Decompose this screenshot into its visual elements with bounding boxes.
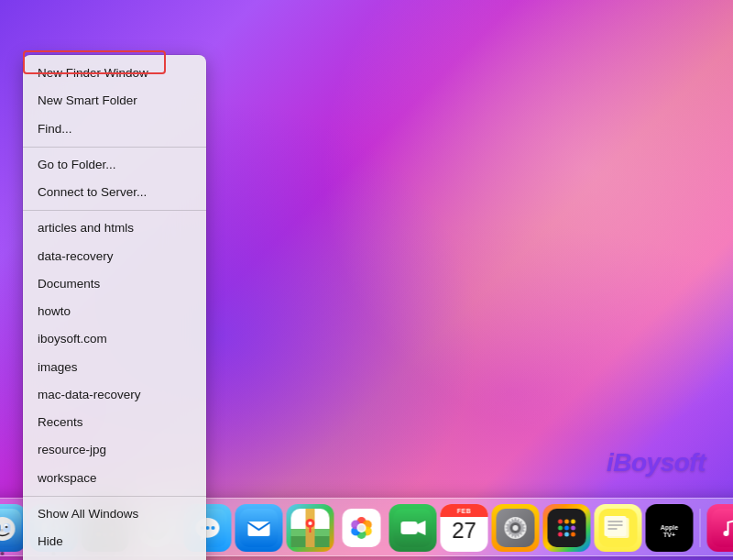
svg-rect-54	[401, 522, 418, 534]
dock-item-appletv[interactable]: Apple TV+	[646, 504, 694, 552]
svg-point-59	[513, 525, 519, 531]
svg-point-61	[558, 520, 563, 524]
menu-item-connect-to-server[interactable]: Connect to Server...	[23, 179, 206, 206]
menu-item-howto[interactable]: howto	[23, 298, 206, 325]
menu-item-images[interactable]: images	[23, 354, 206, 381]
dock-item-music[interactable]	[707, 504, 734, 552]
dock-item-photos[interactable]	[338, 504, 386, 552]
svg-point-64	[558, 526, 563, 531]
svg-text:Apple: Apple	[661, 524, 679, 532]
dock-item-system-prefs[interactable]	[492, 504, 540, 552]
svg-point-33	[212, 526, 215, 530]
menu-item-find[interactable]: Find...	[23, 115, 206, 143]
menu-item-show-all-windows[interactable]: Show All Windows	[23, 500, 206, 528]
svg-point-32	[206, 526, 210, 530]
dock-item-calendar[interactable]: FEB 27	[441, 504, 488, 552]
svg-point-69	[571, 533, 575, 537]
svg-point-67	[558, 533, 563, 537]
menu-separator-3	[23, 496, 206, 497]
svg-point-62	[564, 520, 569, 524]
desktop: New Finder Window New Smart Folder Find.…	[0, 0, 733, 560]
dock-item-notes[interactable]	[595, 504, 642, 552]
iboysoft-watermark: iBoysoft	[607, 448, 706, 478]
svg-point-68	[564, 533, 569, 537]
calendar-date: 27	[452, 518, 476, 544]
dock-item-mail[interactable]	[235, 504, 283, 552]
menu-item-recents[interactable]: Recents	[23, 409, 206, 436]
menu-item-go-to-folder[interactable]: Go to Folder...	[23, 151, 206, 179]
svg-rect-75	[605, 516, 627, 536]
svg-text:TV+: TV+	[663, 532, 675, 538]
menu-item-relaunch[interactable]: Relaunch	[23, 555, 206, 560]
menu-item-data-recovery[interactable]: data-recovery	[23, 243, 206, 270]
menu-separator-2	[23, 210, 206, 211]
svg-rect-82	[712, 509, 734, 547]
svg-point-7	[5, 526, 7, 528]
calendar-month: FEB	[441, 504, 488, 517]
menu-item-documents[interactable]: Documents	[23, 270, 206, 298]
menu-item-articles-and-htmls[interactable]: articles and htmls	[23, 214, 206, 242]
menu-item-resource-jpg[interactable]: resource-jpg	[23, 436, 206, 464]
menu-item-iboysoft-com[interactable]: iboysoft.com	[23, 325, 206, 353]
menu-item-workspace[interactable]: workspace	[23, 465, 206, 492]
svg-point-42	[309, 522, 312, 525]
dock-item-facetime[interactable]	[389, 504, 437, 552]
svg-point-66	[571, 526, 575, 531]
svg-point-65	[564, 526, 569, 531]
svg-point-52	[358, 525, 365, 532]
dock-separator	[700, 509, 701, 547]
menu-item-mac-data-recovery[interactable]: mac-data-recovery	[23, 381, 206, 409]
menu-item-new-smart-folder[interactable]: New Smart Folder	[23, 87, 206, 115]
svg-point-83	[724, 531, 729, 536]
dock-item-launchpad2[interactable]	[543, 504, 591, 552]
menu-item-hide[interactable]: Hide	[23, 528, 206, 555]
context-menu: New Finder Window New Smart Folder Find.…	[23, 55, 206, 560]
menu-separator-1	[23, 147, 206, 148]
svg-point-63	[571, 520, 575, 524]
svg-rect-8	[1, 529, 4, 532]
dock-item-maps[interactable]	[287, 504, 334, 552]
finder-dot	[1, 552, 5, 555]
menu-item-new-finder-window[interactable]: New Finder Window	[23, 60, 206, 87]
